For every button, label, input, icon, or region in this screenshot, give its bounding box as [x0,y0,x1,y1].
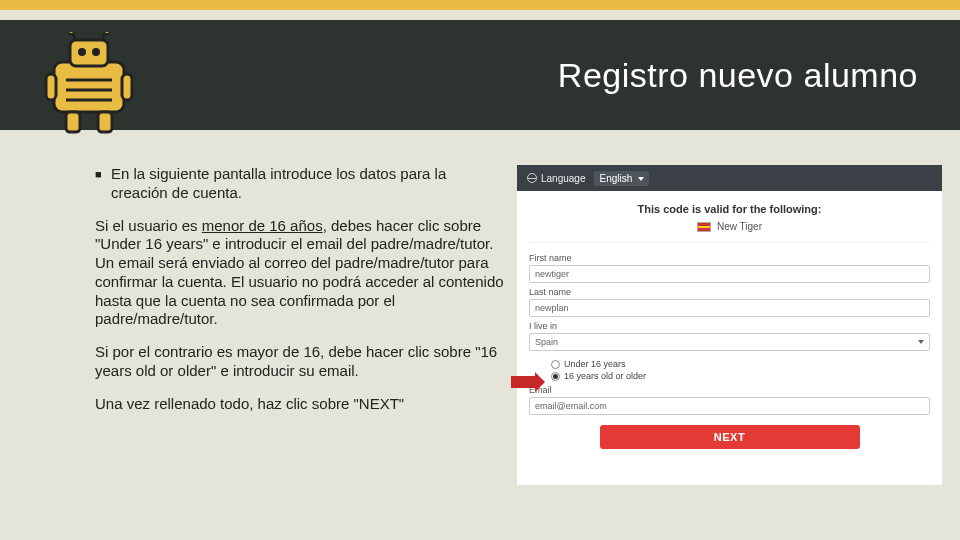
radio-under-16[interactable]: Under 16 years [551,359,930,369]
radio-icon [551,360,560,369]
language-label: Language [527,173,586,184]
radio-older-label: 16 years old or older [564,371,646,381]
svg-point-2 [78,48,86,56]
body-text: ■ En la siguiente pantalla introduce los… [95,165,505,427]
live-in-select-wrap: Spain [529,333,930,351]
paragraph-2: Si por el contrario es mayor de 16, debe… [95,343,505,381]
bullet-marker: ■ [95,165,111,203]
book-icon [697,222,711,232]
svg-rect-0 [54,62,124,112]
first-name-field[interactable] [529,265,930,283]
svg-marker-15 [511,372,545,392]
product-name: New Tiger [717,221,762,232]
title-banner: Registro nuevo alumno [0,20,960,130]
next-button[interactable]: NEXT [600,425,860,449]
globe-icon [527,173,537,183]
svg-rect-9 [122,74,132,100]
live-in-label: I live in [529,321,930,331]
svg-point-7 [104,32,110,34]
p1-underline: menor de 16 años [202,217,323,234]
svg-rect-14 [98,112,112,132]
bullet-item: ■ En la siguiente pantalla introduce los… [95,165,505,203]
robot-icon [42,32,142,135]
product-chip: New Tiger [529,221,930,243]
language-select[interactable]: English [594,171,649,186]
svg-rect-8 [46,74,56,100]
svg-rect-13 [66,112,80,132]
svg-point-5 [68,32,74,34]
language-label-text: Language [541,173,586,184]
accent-bar [0,0,960,10]
paragraph-3: Una vez rellenado todo, haz clic sobre "… [95,395,505,414]
form-topbar: Language English [517,165,942,191]
valid-for-text: This code is valid for the following: [517,191,942,221]
p1-lead: Si el usuario es [95,217,202,234]
svg-rect-1 [70,40,108,66]
paragraph-1: Si el usuario es menor de 16 años, debes… [95,217,505,330]
language-select-wrap: English [594,171,649,186]
bullet-text: En la siguiente pantalla introduce los d… [111,165,505,203]
last-name-label: Last name [529,287,930,297]
email-field[interactable] [529,397,930,415]
last-name-field[interactable] [529,299,930,317]
live-in-select[interactable]: Spain [529,333,930,351]
page-title: Registro nuevo alumno [558,56,918,95]
radio-under-label: Under 16 years [564,359,626,369]
form-body: First name Last name I live in Spain Und… [517,253,942,449]
first-name-label: First name [529,253,930,263]
embedded-form-screenshot: Language English This code is valid for … [517,165,942,485]
radio-icon [551,372,560,381]
email-label: Email [529,385,930,395]
callout-arrow-icon [511,372,545,392]
radio-16-or-older[interactable]: 16 years old or older [551,371,930,381]
svg-point-3 [92,48,100,56]
slide: Registro nuevo alumno ■ En la siguiente … [0,0,960,540]
